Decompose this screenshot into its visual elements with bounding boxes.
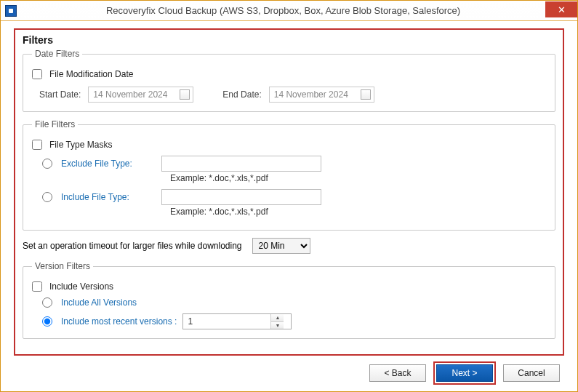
body-area: Filters Date Filters File Modification D… — [1, 21, 577, 359]
timeout-label: Set an operation timeout for larger file… — [23, 241, 242, 251]
file-type-masks-label: File Type Masks — [49, 140, 112, 150]
recent-versions-spinner[interactable]: ▲ ▼ — [182, 313, 292, 329]
back-button[interactable]: < Back — [369, 364, 426, 382]
close-icon: ✕ — [558, 4, 566, 15]
cancel-button[interactable]: Cancel — [503, 364, 560, 382]
calendar-icon — [361, 89, 371, 100]
file-mod-date-label: File Modification Date — [49, 69, 133, 79]
version-filters-group: Version Filters Include Versions Include… — [23, 261, 555, 339]
include-most-recent-row: Include most recent versions : ▲ ▼ — [32, 313, 546, 329]
spinner-buttons: ▲ ▼ — [270, 314, 284, 329]
date-filters-legend: Date Filters — [32, 49, 82, 59]
timeout-row: Set an operation timeout for larger file… — [23, 238, 555, 254]
close-button[interactable]: ✕ — [545, 1, 577, 17]
include-example: Example: *.doc,*.xls,*.pdf — [170, 207, 546, 217]
start-date-label: Start Date: — [39, 89, 81, 100]
include-versions-label: Include Versions — [49, 281, 113, 292]
file-type-masks-checkbox[interactable] — [32, 140, 42, 150]
exclude-row: Exclude File Type: — [32, 156, 546, 172]
include-row: Include File Type: — [32, 189, 546, 205]
window-title: Recoveryfix Cloud Backup (AWS S3, Dropbo… — [21, 5, 545, 16]
file-mod-date-row: File Modification Date — [32, 69, 546, 79]
footer: < Back Next > Cancel — [1, 359, 577, 391]
date-row: Start Date: 14 November 2024 End Date: 1… — [32, 87, 546, 103]
spinner-down-icon[interactable]: ▼ — [271, 322, 284, 329]
filters-heading: Filters — [23, 34, 555, 46]
end-date-label: End Date: — [222, 89, 261, 100]
include-versions-checkbox[interactable] — [32, 281, 42, 292]
date-filters-group: Date Filters File Modification Date Star… — [23, 49, 555, 112]
start-date-value: 14 November 2024 — [93, 89, 167, 100]
file-type-masks-row: File Type Masks — [32, 140, 546, 150]
next-button-highlight: Next > — [433, 361, 496, 385]
include-all-versions-radio[interactable] — [42, 297, 52, 308]
include-file-type-label: Include File Type: — [61, 192, 156, 202]
next-button[interactable]: Next > — [436, 364, 493, 382]
include-all-versions-row: Include All Versions — [32, 297, 546, 308]
filters-panel: Filters Date Filters File Modification D… — [14, 28, 564, 356]
exclude-file-type-input[interactable] — [161, 156, 321, 172]
include-all-versions-label: Include All Versions — [61, 297, 137, 308]
spinner-up-icon[interactable]: ▲ — [271, 314, 284, 322]
file-filters-group: File Filters File Type Masks Exclude Fil… — [23, 119, 555, 231]
file-mod-date-checkbox[interactable] — [32, 69, 42, 79]
include-most-recent-radio[interactable] — [42, 316, 52, 327]
include-file-type-input[interactable] — [161, 189, 321, 205]
exclude-file-type-radio[interactable] — [42, 159, 52, 169]
end-date-input[interactable]: 14 November 2024 — [269, 87, 374, 103]
include-file-type-radio[interactable] — [42, 192, 52, 202]
titlebar: Recoveryfix Cloud Backup (AWS S3, Dropbo… — [1, 1, 577, 21]
timeout-select[interactable]: 20 Min — [252, 238, 310, 254]
include-most-recent-label: Include most recent versions : — [61, 316, 177, 327]
exclude-file-type-label: Exclude File Type: — [61, 159, 156, 169]
version-filters-legend: Version Filters — [32, 261, 93, 271]
app-icon — [5, 5, 17, 17]
calendar-icon — [180, 89, 190, 100]
start-date-input[interactable]: 14 November 2024 — [88, 87, 193, 103]
recent-versions-count[interactable] — [183, 316, 270, 327]
include-versions-row: Include Versions — [32, 281, 546, 292]
exclude-example: Example: *.doc,*.xls,*.pdf — [170, 173, 546, 183]
end-date-value: 14 November 2024 — [274, 89, 348, 100]
file-filters-legend: File Filters — [32, 119, 78, 129]
window: Recoveryfix Cloud Backup (AWS S3, Dropbo… — [0, 0, 578, 392]
